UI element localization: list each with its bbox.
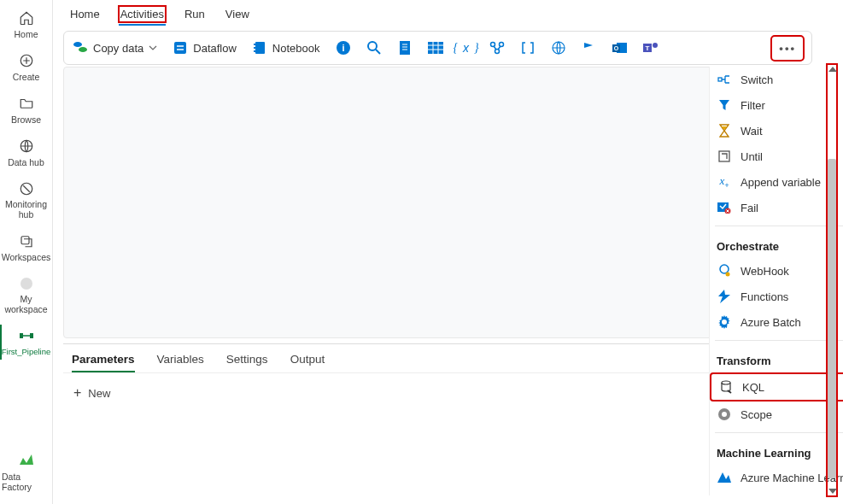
nav-item-create[interactable]: Create [0,46,52,89]
tab-activities[interactable]: Activities [120,8,164,21]
svg-point-4 [20,278,32,290]
menu-label: Scope [741,408,772,421]
notebook-button[interactable]: Notebook [252,40,320,56]
pipeline-icon [17,326,36,345]
scroll-down-arrow[interactable] [828,489,837,494]
new-label: New [88,387,110,400]
vertical-scrollbar[interactable] [826,63,838,497]
section-transform: Transform [710,346,843,372]
plus-icon: + [73,385,81,401]
teams-icon[interactable]: T [643,40,659,56]
menu-item-switch[interactable]: Switch [710,67,843,92]
fail-icon [717,200,732,215]
svg-point-27 [653,43,658,48]
nav-item-data-factory[interactable]: Data Factory [0,446,52,499]
dataflow-button[interactable]: Dataflow [173,40,237,56]
dataflow-label: Dataflow [193,42,237,55]
more-icon: ••• [779,42,796,55]
svg-point-35 [722,381,730,384]
plus-circle-icon [17,51,36,70]
svg-rect-12 [254,47,256,49]
nav-label: Data hub [8,157,44,167]
nav-item-first-pipeline[interactable]: First_Pipeline [0,321,52,363]
svg-point-34 [726,273,730,277]
tab-settings[interactable]: Settings [226,353,268,366]
scroll-up-arrow[interactable] [828,67,837,72]
menu-item-azure-ml[interactable]: Azure Machine Learning [710,465,843,490]
search-icon[interactable] [366,40,382,56]
tab-output[interactable]: Output [290,353,325,366]
svg-rect-30 [719,151,729,161]
menu-item-azure-batch[interactable]: Azure Batch [710,309,843,335]
tab-variables[interactable]: Variables [157,353,204,366]
svg-rect-6 [30,333,33,338]
copy-data-label: Copy data [93,42,143,55]
outlook-icon[interactable]: O [612,40,628,56]
script-icon[interactable] [397,40,413,56]
menu-item-wait[interactable]: Wait [710,118,843,144]
activities-toolbar: Copy data Dataflow Notebook i {x} O T ••… [63,31,812,65]
gear-icon [717,314,732,330]
chevron-down-icon [149,45,157,50]
tab-parameters[interactable]: Parameters [72,353,135,366]
menu-item-functions[interactable]: Functions [710,284,843,309]
until-icon [717,149,732,164]
webhook-icon [717,263,732,278]
info-icon[interactable]: i [336,40,351,56]
menu-label: Filter [741,99,765,112]
divider [715,226,843,226]
menu-item-until[interactable]: Until [710,144,843,169]
menu-label: Switch [741,73,773,86]
nav-item-my-workspace[interactable]: My workspace [0,269,52,321]
notebook-label: Notebook [272,42,320,55]
menu-item-webhook[interactable]: WebHook [710,258,843,284]
nav-item-browse[interactable]: Browse [0,89,52,132]
nav-item-data-hub[interactable]: Data hub [0,132,52,174]
menu-item-filter[interactable]: Filter [710,92,843,118]
menu-item-append-variable[interactable]: x+ Append variable [710,169,843,195]
svg-rect-5 [20,333,23,338]
scroll-thumb[interactable] [828,159,836,478]
functions-icon [717,289,732,304]
variable-icon[interactable]: {x} [459,40,474,56]
copy-data-button[interactable]: Copy data [73,40,157,56]
menu-label: Azure Batch [741,316,801,329]
flag-icon[interactable] [582,40,597,56]
svg-text:T: T [645,44,649,52]
svg-point-16 [368,42,377,50]
bracket-icon[interactable] [520,40,536,56]
ml-icon [717,470,732,485]
web-icon[interactable] [551,40,566,56]
copy-data-icon [73,40,88,56]
divider [715,340,843,341]
svg-rect-9 [174,42,186,54]
table-icon[interactable] [428,40,443,56]
menu-label: Functions [741,290,788,303]
switch-icon [717,72,732,87]
svg-point-37 [722,412,727,417]
menu-item-kql[interactable]: KQL [711,374,843,400]
more-activities-button[interactable]: ••• [772,37,803,60]
nav-item-monitoring[interactable]: Monitoring hub [0,174,52,226]
svg-rect-13 [254,50,256,52]
svg-point-7 [73,42,82,47]
menu-item-scope[interactable]: Scope [710,401,843,427]
svg-text:O: O [613,45,618,51]
scope-icon [717,407,732,422]
globe-data-icon [17,137,36,155]
svg-rect-10 [255,42,265,54]
flow-icon[interactable] [489,40,505,56]
nav-label: Browse [11,114,41,125]
nav-label: My workspace [2,295,50,314]
nav-item-workspaces[interactable]: Workspaces [0,226,52,269]
nav-item-home[interactable]: Home [0,3,52,46]
tab-home[interactable]: Home [70,8,100,21]
menu-item-fail[interactable]: Fail [710,195,843,220]
section-orchestrate: Orchestrate [710,231,843,258]
svg-point-19 [490,43,495,47]
tab-view[interactable]: View [225,8,249,21]
workspace-dot-icon [17,274,36,293]
section-ml: Machine Learning [710,438,843,465]
divider [715,432,843,433]
tab-run[interactable]: Run [184,8,205,21]
